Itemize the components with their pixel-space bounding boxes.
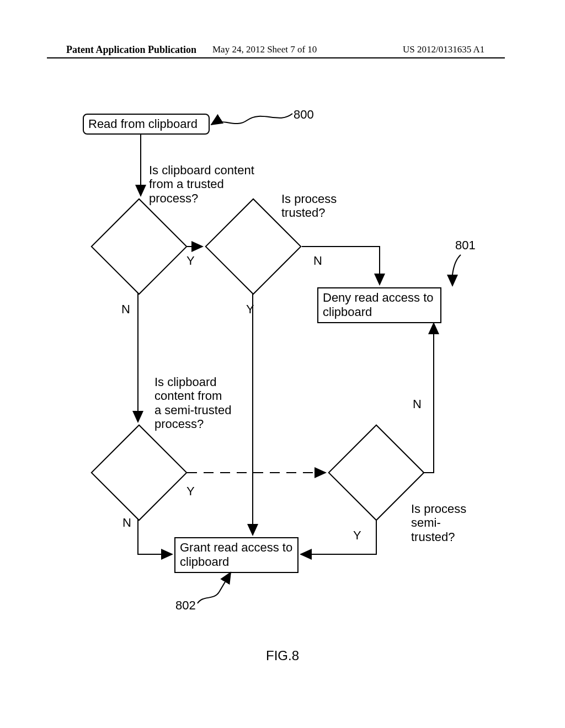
edge-d1-y: Y [186, 254, 195, 268]
decision-clipboard-trusted [90, 198, 187, 295]
edge-d2-y: Y [246, 302, 254, 317]
header-date-sheet: May 24, 2012 Sheet 7 of 10 [212, 44, 317, 55]
edge-d2-n: N [313, 254, 322, 268]
ref-802: 802 [175, 598, 196, 613]
node-grant: Grant read access to clipboard [174, 537, 299, 573]
patent-figure-page: Patent Application Publication May 24, 2… [0, 0, 565, 728]
header-publication-number: US 2012/0131635 A1 [403, 44, 484, 55]
header-rule [47, 57, 505, 58]
ref-801: 801 [455, 238, 476, 253]
node-start: Read from clipboard [83, 114, 210, 135]
edge-d3-n: N [122, 516, 131, 530]
figure-caption: FIG.8 [0, 648, 565, 663]
edge-d1-n: N [121, 302, 130, 317]
ref-800: 800 [294, 108, 314, 122]
question-d1-text: Is clipboard content from a trusted proc… [149, 163, 254, 205]
node-deny: Deny read access to clipboard [317, 287, 441, 323]
decision-clipboard-semi-trusted [90, 424, 187, 521]
flow-connectors [0, 0, 565, 728]
header-publication-type: Patent Application Publication [66, 44, 196, 56]
edge-d3-y: Y [186, 484, 195, 499]
question-d3-text: Is clipboard content from a semi-trusted… [154, 375, 231, 431]
question-d4-text: Is process semi- trusted? [411, 502, 466, 544]
question-d2-text: Is process trusted? [281, 192, 337, 220]
edge-d4-y: Y [353, 528, 361, 543]
edge-d4-n: N [413, 397, 422, 411]
decision-process-semi-trusted [328, 424, 424, 521]
